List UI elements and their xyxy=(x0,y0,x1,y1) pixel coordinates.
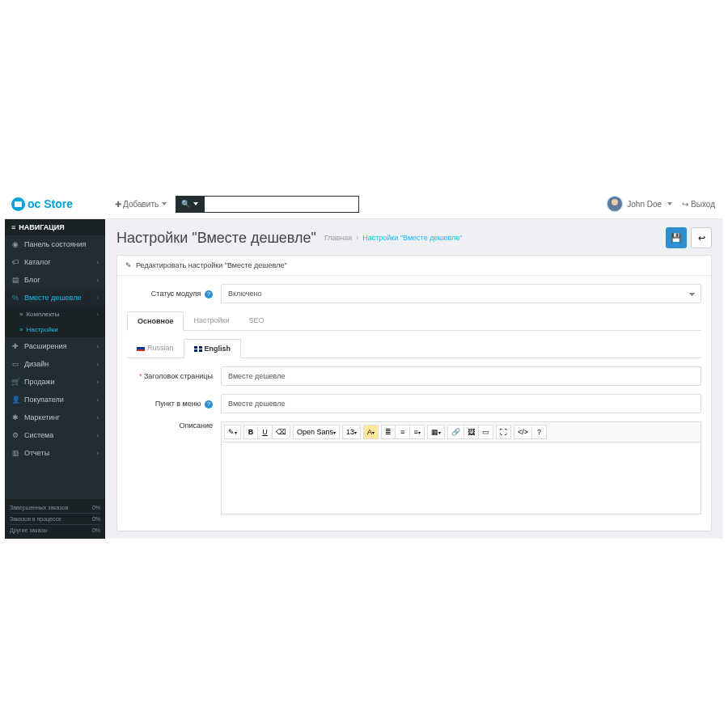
nav-label: Маркетинг xyxy=(24,413,60,421)
save-button[interactable]: 💾 xyxy=(666,227,687,248)
sidebar-item-sales[interactable]: 🛒Продажи› xyxy=(5,373,105,391)
page-title-row: * Заголовок страницы xyxy=(127,366,701,386)
chevron-right-icon: › xyxy=(96,379,99,386)
clear-button[interactable]: ⌫ xyxy=(273,425,290,439)
blog-icon: ▤ xyxy=(11,276,19,284)
nav-label: Комплекты xyxy=(26,311,59,318)
panel-head-text: Редактировать настройки "Вместе дешевле" xyxy=(136,261,287,269)
user-menu[interactable]: John Doe xyxy=(607,196,672,212)
settings-panel: ✎ Редактировать настройки "Вместе дешевл… xyxy=(116,255,712,531)
sidebar-item-customers[interactable]: 👤Покупатели› xyxy=(5,391,105,408)
color-button[interactable]: A▾ xyxy=(363,425,379,439)
align-button[interactable]: ≡▾ xyxy=(410,425,425,439)
user-name: John Doe xyxy=(627,200,662,209)
sidebar: ≡ НАВИГАЦИЯ ◉Панель состояния 🏷Каталог› … xyxy=(5,219,105,539)
page-title: Настройки "Вместе дешевле" xyxy=(116,230,316,247)
sidebar-item-design[interactable]: ▭Дизайн› xyxy=(5,355,105,373)
sidebar-item-reports[interactable]: ▥Отчеты› xyxy=(5,444,105,462)
nav-label: Система xyxy=(24,431,53,439)
pencil-icon: ✎ xyxy=(125,261,132,269)
sidebar-sub-settings[interactable]: »Настройки xyxy=(5,322,105,337)
tab-settings[interactable]: Настройки xyxy=(184,311,239,330)
description-label: Описание xyxy=(127,421,221,430)
avatar xyxy=(607,196,623,212)
ol-button[interactable]: ≡ xyxy=(396,425,410,439)
label-text: Статус модуля xyxy=(151,290,201,298)
font-select[interactable]: Open Sans ▾ xyxy=(293,425,340,439)
sidebar-item-extensions[interactable]: ✚Расширения› xyxy=(5,337,105,355)
logout-label: Выход xyxy=(691,200,715,209)
font-value: Open Sans xyxy=(297,428,333,436)
sidebar-item-together[interactable]: %Вместе дешевле› xyxy=(5,289,105,307)
ul-button[interactable]: ≣ xyxy=(381,425,396,439)
search-icon: 🔍 xyxy=(181,200,190,208)
nav-title: НАВИГАЦИЯ xyxy=(19,223,65,231)
size-select[interactable]: 13▾ xyxy=(342,425,361,439)
back-button[interactable]: ↩ xyxy=(691,227,712,248)
wand-button[interactable]: ✎▾ xyxy=(224,425,241,439)
search-input[interactable] xyxy=(204,196,359,213)
help-button[interactable]: ? xyxy=(532,425,547,439)
stat-row: Другие заказы0% xyxy=(10,524,100,535)
sidebar-sub-kits[interactable]: »Комплекты› xyxy=(5,307,105,322)
breadcrumb: Главная › Настройки "Вместе дешевле" xyxy=(324,234,463,242)
caret-down-icon xyxy=(667,202,672,205)
add-button[interactable]: ✚ Добавить xyxy=(110,197,171,212)
logout-icon: ↪ xyxy=(682,200,688,209)
sidebar-item-dashboard[interactable]: ◉Панель состояния xyxy=(5,235,105,253)
header: oc Store ✚ Добавить 🔍 John Doe ↪ Выход xyxy=(5,189,723,219)
editor-body[interactable] xyxy=(221,442,701,514)
sidebar-item-catalog[interactable]: 🏷Каталог› xyxy=(5,253,105,271)
plus-icon: ✚ xyxy=(115,200,121,209)
save-icon: 💾 xyxy=(671,233,682,243)
search-button[interactable]: 🔍 xyxy=(176,196,204,213)
menu-input[interactable] xyxy=(221,394,701,413)
lang-label: English xyxy=(205,345,231,353)
chevron-right-icon: › xyxy=(96,396,99,404)
logo[interactable]: oc Store xyxy=(11,197,73,211)
underline-button[interactable]: U xyxy=(258,425,273,439)
breadcrumb-current[interactable]: Настройки "Вместе дешевле" xyxy=(362,234,462,242)
lang-tab-ru[interactable]: Russian xyxy=(127,339,184,358)
tab-seo[interactable]: SEO xyxy=(239,311,274,330)
sidebar-stats: Завершенных заказов0% Заказов в процессе… xyxy=(5,499,105,539)
nav-label: Отчеты xyxy=(24,449,49,457)
sidebar-item-blog[interactable]: ▤Блог› xyxy=(5,271,105,289)
nav-label: Панель состояния xyxy=(24,240,86,248)
page-title-input[interactable] xyxy=(221,366,701,386)
image-button[interactable]: 🖼 xyxy=(464,425,479,439)
breadcrumb-home[interactable]: Главная xyxy=(324,234,352,242)
lang-tab-en[interactable]: English xyxy=(184,339,242,358)
nav-label: Продажи xyxy=(24,378,55,386)
status-select[interactable]: Включено xyxy=(221,284,701,303)
chevron-right-icon: › xyxy=(96,259,99,266)
menu-row: Пункт в меню ? xyxy=(127,394,701,413)
percent-icon: % xyxy=(11,294,19,302)
tab-main[interactable]: Основное xyxy=(127,311,184,331)
cart-icon: 🛒 xyxy=(11,378,19,386)
fullscreen-button[interactable]: ⛶ xyxy=(496,425,511,439)
chart-icon: ▥ xyxy=(11,449,19,457)
menu-icon: ≡ xyxy=(11,223,15,231)
bullet-icon: » xyxy=(19,326,23,333)
nav-label: Расширения xyxy=(24,342,66,350)
chevron-right-icon: › xyxy=(96,343,99,350)
help-icon[interactable]: ? xyxy=(205,400,213,408)
chevron-right-icon: › xyxy=(96,361,99,368)
logout-button[interactable]: ↪ Выход xyxy=(682,200,715,209)
sidebar-item-system[interactable]: ⚙Система› xyxy=(5,426,105,444)
caret-down-icon xyxy=(162,202,167,205)
link-button[interactable]: 🔗 xyxy=(447,425,464,439)
logo-area: oc Store xyxy=(5,189,105,218)
panel-body: Статус модуля ? Включено Основное Настро… xyxy=(117,276,711,531)
sidebar-item-marketing[interactable]: ✱Маркетинг› xyxy=(5,408,105,426)
bold-button[interactable]: B xyxy=(243,425,258,439)
puzzle-icon: ✚ xyxy=(11,342,19,350)
nav-label: Покупатели xyxy=(24,396,64,404)
stat-row: Завершенных заказов0% xyxy=(10,502,100,513)
chevron-right-icon: › xyxy=(96,450,99,457)
help-icon[interactable]: ? xyxy=(205,290,213,298)
code-button[interactable]: </> xyxy=(514,425,532,439)
table-button[interactable]: ▦▾ xyxy=(427,425,445,439)
video-button[interactable]: ▭ xyxy=(479,425,493,439)
